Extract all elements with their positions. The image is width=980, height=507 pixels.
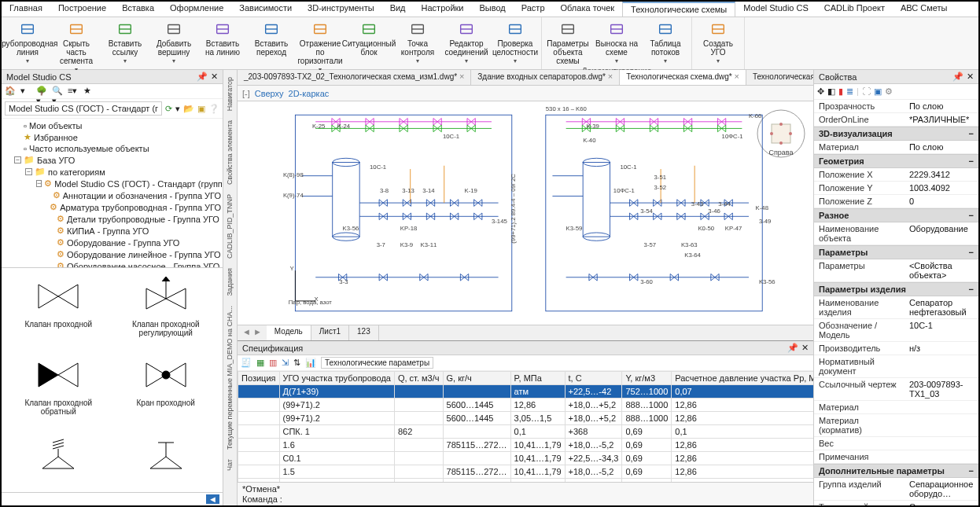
view-orientation[interactable]: Сверху [255, 89, 284, 98]
spec-cols-icon[interactable]: ▥ [269, 358, 277, 368]
spec-sort-icon[interactable]: ⇅ [293, 358, 300, 368]
prop-row[interactable]: Примечания [814, 450, 978, 464]
spec-profile-select[interactable]: Технологические параметры [321, 357, 433, 369]
menu-item[interactable]: Оформление [162, 2, 231, 17]
ribbon-button[interactable]: Скрыть часть сегмента▾ [53, 19, 99, 75]
open-folder-icon[interactable]: 📂 [183, 104, 194, 114]
prop-section-header[interactable]: Параметры− [814, 245, 978, 259]
menu-item[interactable]: Зависимости [231, 2, 300, 17]
tree-icon[interactable]: 🌳▾ [36, 86, 47, 97]
prop-row[interactable]: ПрозрачностьПо слою [814, 100, 978, 113]
layout-tab[interactable]: Лист1 [311, 325, 349, 340]
menu-item[interactable]: АВС Сметы [893, 2, 956, 17]
library-tree[interactable]: ▫Мои объекты★Избранное▫Часто используемы… [2, 119, 223, 268]
palette-item[interactable] [6, 429, 111, 487]
prop-row[interactable]: Ссылочный чертеж203-0097893-ТХ1_03 [814, 378, 978, 401]
ribbon-button[interactable]: Добавить вершину▾ [151, 19, 197, 75]
tree-node[interactable]: ⚙Детали трубопроводные - Группа УГО [47, 213, 221, 225]
layout-tab[interactable]: 123 [349, 325, 379, 340]
table-row[interactable]: (99+71).25600…14453,05…1,5+18,0…+5,2888…… [238, 412, 814, 425]
ribbon-button[interactable]: Отражение по горизонтали▾ [297, 19, 343, 75]
prop-row[interactable]: Тип изделийСепаратор [814, 501, 978, 505]
close-icon[interactable]: × [608, 72, 613, 81]
prop-row[interactable]: Положение X2229.3412 [814, 168, 978, 182]
prop-section-header[interactable]: Дополнительные параметры− [814, 464, 978, 478]
gear-icon[interactable]: ⚙ [885, 86, 893, 97]
command-line[interactable]: *Отмена* Команда : [238, 482, 813, 505]
panel-close-icon[interactable]: ✕ [967, 72, 974, 82]
panel-pin-icon[interactable]: 📌 [787, 343, 798, 353]
prop-row[interactable]: OrderOnLine*РАЗЛИЧНЫЕ* [814, 113, 978, 127]
panel-pin-icon[interactable]: 📌 [197, 72, 208, 82]
tree-node[interactable]: ⚙Аннотации и обозначения - Группа УГО [47, 189, 221, 201]
close-icon[interactable]: × [735, 72, 739, 81]
prop-row[interactable]: Наименование изделияСепаратор нефтегазов… [814, 296, 978, 319]
menu-item[interactable]: Облака точек [553, 2, 623, 17]
tree-node[interactable]: ⚙КИПиА - Группа УГО [47, 225, 221, 237]
table-row[interactable]: С0.110,41…1,79+22,5…-34,30,6912,86 [238, 452, 814, 465]
tree-node[interactable]: −⚙Model Studio CS (ГОСТ) - Стандарт (гру… [36, 178, 221, 189]
prop-row[interactable]: Материал (корматив) [814, 414, 978, 437]
spec-table[interactable]: ПозицияУГО участка трубопроводаQ, ст. м3… [238, 371, 813, 482]
menu-item[interactable]: 3D-инструменты [300, 2, 382, 17]
filter-icon[interactable]: ▾ [20, 86, 31, 97]
tree-node[interactable]: ★Избранное [14, 131, 221, 143]
tree-node[interactable]: ⚙Оборудование насосное - Группа УГО [47, 260, 221, 268]
prop-row[interactable]: Положение Z0 [814, 195, 978, 208]
prop-row[interactable]: Положение Y1003.4092 [814, 182, 978, 195]
menu-item[interactable]: Растр [514, 2, 553, 17]
ribbon-button[interactable]: Трубопроводная линия▾ [5, 19, 50, 75]
refresh-icon[interactable]: ⟳ [165, 104, 172, 114]
view-style[interactable]: 2D-каркас [289, 89, 330, 98]
prop-row[interactable]: Нормативный документ [814, 355, 978, 378]
side-tab[interactable]: Свойства элемента [223, 116, 237, 189]
palette-item[interactable]: Клапан проходной обратный [6, 351, 111, 427]
home-icon[interactable]: 🏠 [5, 86, 16, 97]
properties-list[interactable]: ПрозрачностьПо слоюOrderOnLine*РАЗЛИЧНЫЕ… [814, 100, 978, 505]
table-row[interactable]: (99+71).25600…144512,86+18,0…+5,2888…100… [238, 399, 814, 412]
menu-item[interactable]: Главная [2, 2, 50, 17]
tree-node[interactable]: ⚙Оборудование линейное - Группа УГО [47, 248, 221, 260]
prop-row[interactable]: Параметры<Свойства объекта> [814, 259, 978, 282]
table-row[interactable]: СПК. 18620,1+3680,690,1 [238, 425, 814, 439]
palette-item[interactable]: Клапан проходной [6, 273, 111, 348]
spec-grid-icon[interactable]: ▦ [256, 358, 264, 368]
tree-node[interactable]: ▫Мои объекты [14, 120, 221, 131]
menu-item[interactable]: Model Studio CS [735, 2, 816, 17]
tree-node[interactable]: ⚙Арматура трубопроводная - Группа УГО [47, 201, 221, 213]
side-tab[interactable]: CADLIB_PID_TNNP [223, 190, 237, 263]
prop-row[interactable]: МатериалПо слою [814, 141, 978, 154]
panel-pin-icon[interactable]: 📌 [952, 72, 963, 82]
ribbon-button[interactable]: Параметры объекта схемы [545, 19, 591, 67]
palette-item[interactable] [114, 429, 219, 487]
prop-row[interactable]: Обозначение / Модель10С-1 [814, 319, 978, 342]
document-tab[interactable]: Технологическая схема установки.dwg* × [746, 70, 813, 85]
palette-item[interactable]: Клапан проходной регулирующий [114, 273, 219, 348]
menu-item[interactable]: Вставка [114, 2, 162, 17]
ribbon-button[interactable]: Ситуационный блок [346, 19, 392, 75]
ribbon-button[interactable]: Вставить ссылку▾ [102, 19, 148, 75]
prop-section-header[interactable]: Параметры изделия− [814, 282, 978, 296]
side-tab[interactable]: Чат [223, 455, 237, 475]
tree-node[interactable]: −📁База УГО [14, 154, 221, 166]
layout-tab[interactable]: Модель [267, 325, 311, 340]
prop-row[interactable]: Вес [814, 437, 978, 450]
menu-item[interactable]: Вид [382, 2, 414, 17]
prop-row[interactable]: Наименование объектаОборудование [814, 222, 978, 245]
side-tab[interactable]: Текущие переменные MIA_DEMO на СНА... [223, 302, 237, 454]
prop-row[interactable]: Группа изделийСепарационное оборудо… [814, 478, 978, 501]
search-icon[interactable]: 🔍▾ [52, 86, 63, 97]
spec-export-icon[interactable]: ⇲ [282, 358, 289, 368]
tree-node[interactable]: ▫Часто используемые объекты [14, 143, 221, 154]
ribbon-button[interactable]: Вставить переход [249, 19, 294, 75]
menu-item[interactable]: Настройки [414, 2, 472, 17]
menu-item[interactable]: CADLib Проект [816, 2, 893, 17]
table-row[interactable]: 1.5785115…272…10,41…1,79+18,0…-5,20,6912… [238, 465, 814, 479]
list-icon[interactable]: ≡▾ [68, 86, 79, 97]
folder-dd-icon[interactable]: ▣ [197, 104, 205, 114]
close-icon[interactable]: × [459, 72, 464, 81]
menu-item[interactable]: Вывод [471, 2, 513, 17]
prop-section-header[interactable]: Разное− [814, 208, 978, 222]
highlight-icon[interactable]: ◧ [827, 86, 835, 97]
help-icon[interactable]: ❔ [208, 104, 219, 114]
